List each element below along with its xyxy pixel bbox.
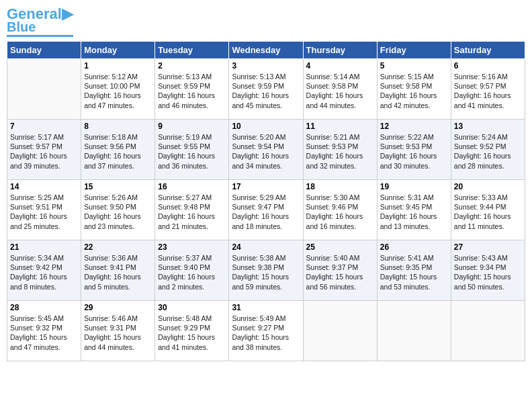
calendar-cell: 20Sunrise: 5:33 AMSunset: 9:44 PMDayligh…	[451, 180, 525, 240]
day-number: 10	[232, 122, 300, 131]
page-header: General▶ Blue	[7, 7, 525, 37]
day-header-sunday: Sunday	[7, 42, 81, 59]
day-number: 25	[306, 242, 374, 252]
day-number: 7	[10, 122, 78, 131]
calendar-cell	[7, 59, 81, 120]
day-number: 19	[380, 182, 448, 191]
cell-content: Sunrise: 5:38 AMSunset: 9:38 PMDaylight:…	[232, 253, 300, 291]
cell-content: Sunrise: 5:14 AMSunset: 9:58 PMDaylight:…	[306, 72, 374, 110]
calendar-cell	[451, 301, 525, 361]
calendar-cell: 23Sunrise: 5:37 AMSunset: 9:40 PMDayligh…	[155, 240, 229, 301]
day-number: 24	[232, 242, 300, 252]
day-number: 30	[158, 303, 226, 312]
day-number: 21	[10, 242, 78, 252]
calendar-cell: 5Sunrise: 5:15 AMSunset: 9:58 PMDaylight…	[377, 59, 451, 120]
day-header-saturday: Saturday	[451, 42, 525, 59]
calendar-cell	[303, 301, 377, 361]
week-row-2: 7Sunrise: 5:17 AMSunset: 9:57 PMDaylight…	[7, 120, 525, 180]
cell-content: Sunrise: 5:18 AMSunset: 9:56 PMDaylight:…	[84, 132, 152, 171]
day-number: 29	[84, 303, 152, 312]
calendar-cell: 31Sunrise: 5:49 AMSunset: 9:27 PMDayligh…	[229, 301, 303, 361]
calendar-cell: 29Sunrise: 5:46 AMSunset: 9:31 PMDayligh…	[81, 301, 155, 361]
day-number: 4	[306, 61, 374, 71]
calendar-cell: 18Sunrise: 5:30 AMSunset: 9:46 PMDayligh…	[303, 180, 377, 240]
cell-content: Sunrise: 5:17 AMSunset: 9:57 PMDaylight:…	[10, 132, 78, 171]
cell-content: Sunrise: 5:46 AMSunset: 9:31 PMDaylight:…	[84, 314, 152, 352]
calendar-cell: 28Sunrise: 5:45 AMSunset: 9:32 PMDayligh…	[7, 301, 81, 361]
day-number: 9	[158, 122, 226, 131]
calendar-cell: 3Sunrise: 5:13 AMSunset: 9:59 PMDaylight…	[229, 59, 303, 120]
calendar-cell: 17Sunrise: 5:29 AMSunset: 9:47 PMDayligh…	[229, 180, 303, 240]
calendar-cell: 21Sunrise: 5:34 AMSunset: 9:42 PMDayligh…	[7, 240, 81, 301]
logo-underline	[7, 35, 73, 37]
calendar-cell: 1Sunrise: 5:12 AMSunset: 10:00 PMDayligh…	[81, 59, 155, 120]
calendar-cell: 7Sunrise: 5:17 AMSunset: 9:57 PMDaylight…	[7, 120, 81, 180]
day-number: 12	[380, 122, 448, 131]
cell-content: Sunrise: 5:20 AMSunset: 9:54 PMDaylight:…	[232, 132, 300, 171]
cell-content: Sunrise: 5:24 AMSunset: 9:52 PMDaylight:…	[454, 132, 522, 171]
calendar-cell: 14Sunrise: 5:25 AMSunset: 9:51 PMDayligh…	[7, 180, 81, 240]
cell-content: Sunrise: 5:36 AMSunset: 9:41 PMDaylight:…	[84, 253, 152, 291]
day-number: 8	[84, 122, 152, 131]
calendar-cell: 19Sunrise: 5:31 AMSunset: 9:45 PMDayligh…	[377, 180, 451, 240]
calendar-cell	[377, 301, 451, 361]
cell-content: Sunrise: 5:13 AMSunset: 9:59 PMDaylight:…	[232, 72, 300, 110]
day-number: 31	[232, 303, 300, 312]
cell-content: Sunrise: 5:49 AMSunset: 9:27 PMDaylight:…	[232, 314, 300, 352]
calendar-cell: 12Sunrise: 5:22 AMSunset: 9:53 PMDayligh…	[377, 120, 451, 180]
calendar-header-row: SundayMondayTuesdayWednesdayThursdayFrid…	[7, 42, 525, 59]
calendar-cell: 25Sunrise: 5:40 AMSunset: 9:37 PMDayligh…	[303, 240, 377, 301]
cell-content: Sunrise: 5:27 AMSunset: 9:48 PMDaylight:…	[158, 193, 226, 231]
calendar-cell: 10Sunrise: 5:20 AMSunset: 9:54 PMDayligh…	[229, 120, 303, 180]
week-row-1: 1Sunrise: 5:12 AMSunset: 10:00 PMDayligh…	[7, 59, 525, 120]
cell-content: Sunrise: 5:41 AMSunset: 9:35 PMDaylight:…	[380, 253, 448, 291]
day-number: 26	[380, 242, 448, 252]
cell-content: Sunrise: 5:26 AMSunset: 9:50 PMDaylight:…	[84, 193, 152, 231]
cell-content: Sunrise: 5:40 AMSunset: 9:37 PMDaylight:…	[306, 253, 374, 291]
calendar-cell: 8Sunrise: 5:18 AMSunset: 9:56 PMDaylight…	[81, 120, 155, 180]
cell-content: Sunrise: 5:48 AMSunset: 9:29 PMDaylight:…	[158, 314, 226, 352]
cell-content: Sunrise: 5:43 AMSunset: 9:34 PMDaylight:…	[454, 253, 522, 291]
day-number: 11	[306, 122, 374, 131]
day-number: 28	[10, 303, 78, 312]
calendar-cell: 2Sunrise: 5:13 AMSunset: 9:59 PMDaylight…	[155, 59, 229, 120]
week-row-5: 28Sunrise: 5:45 AMSunset: 9:32 PMDayligh…	[7, 301, 525, 361]
calendar-cell: 16Sunrise: 5:27 AMSunset: 9:48 PMDayligh…	[155, 180, 229, 240]
calendar-cell: 24Sunrise: 5:38 AMSunset: 9:38 PMDayligh…	[229, 240, 303, 301]
calendar-cell: 11Sunrise: 5:21 AMSunset: 9:53 PMDayligh…	[303, 120, 377, 180]
calendar-cell: 13Sunrise: 5:24 AMSunset: 9:52 PMDayligh…	[451, 120, 525, 180]
cell-content: Sunrise: 5:33 AMSunset: 9:44 PMDaylight:…	[454, 193, 522, 231]
week-row-3: 14Sunrise: 5:25 AMSunset: 9:51 PMDayligh…	[7, 180, 525, 240]
day-number: 1	[84, 61, 152, 71]
cell-content: Sunrise: 5:37 AMSunset: 9:40 PMDaylight:…	[158, 253, 226, 291]
day-number: 13	[454, 122, 522, 131]
calendar-cell: 4Sunrise: 5:14 AMSunset: 9:58 PMDaylight…	[303, 59, 377, 120]
day-number: 20	[454, 182, 522, 191]
cell-content: Sunrise: 5:12 AMSunset: 10:00 PMDaylight…	[84, 72, 152, 110]
day-number: 14	[10, 182, 78, 191]
cell-content: Sunrise: 5:13 AMSunset: 9:59 PMDaylight:…	[158, 72, 226, 110]
cell-content: Sunrise: 5:31 AMSunset: 9:45 PMDaylight:…	[380, 193, 448, 231]
day-header-wednesday: Wednesday	[229, 42, 303, 59]
day-header-friday: Friday	[377, 42, 451, 59]
day-number: 18	[306, 182, 374, 191]
cell-content: Sunrise: 5:25 AMSunset: 9:51 PMDaylight:…	[10, 193, 78, 231]
day-number: 22	[84, 242, 152, 252]
calendar-cell: 30Sunrise: 5:48 AMSunset: 9:29 PMDayligh…	[155, 301, 229, 361]
day-number: 2	[158, 61, 226, 71]
cell-content: Sunrise: 5:30 AMSunset: 9:46 PMDaylight:…	[306, 193, 374, 231]
calendar-table: SundayMondayTuesdayWednesdayThursdayFrid…	[7, 41, 525, 361]
day-number: 5	[380, 61, 448, 71]
logo-blue-text: Blue	[7, 20, 36, 34]
day-header-monday: Monday	[81, 42, 155, 59]
day-number: 6	[454, 61, 522, 71]
cell-content: Sunrise: 5:21 AMSunset: 9:53 PMDaylight:…	[306, 132, 374, 171]
cell-content: Sunrise: 5:15 AMSunset: 9:58 PMDaylight:…	[380, 72, 448, 110]
calendar-cell: 27Sunrise: 5:43 AMSunset: 9:34 PMDayligh…	[451, 240, 525, 301]
logo-blue: ▶	[62, 5, 73, 22]
logo: General▶ Blue	[7, 7, 73, 37]
calendar-cell: 9Sunrise: 5:19 AMSunset: 9:55 PMDaylight…	[155, 120, 229, 180]
week-row-4: 21Sunrise: 5:34 AMSunset: 9:42 PMDayligh…	[7, 240, 525, 301]
cell-content: Sunrise: 5:45 AMSunset: 9:32 PMDaylight:…	[10, 314, 78, 352]
calendar-cell: 22Sunrise: 5:36 AMSunset: 9:41 PMDayligh…	[81, 240, 155, 301]
